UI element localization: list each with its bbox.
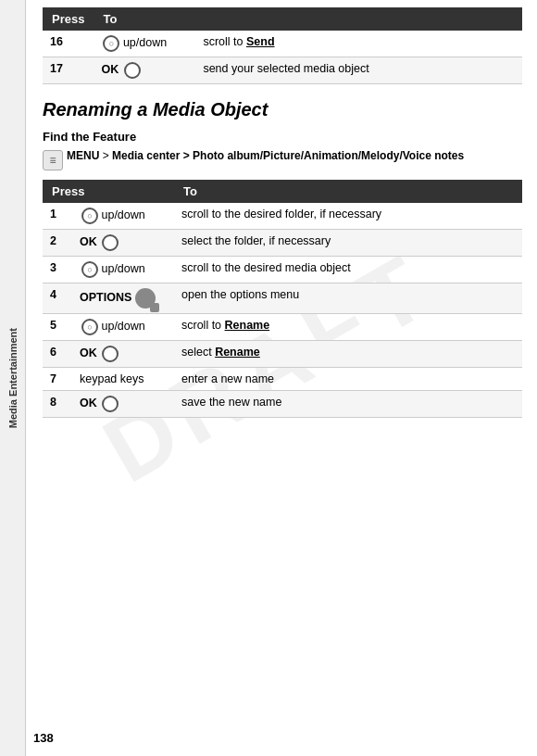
- menu-icon: [43, 150, 63, 170]
- to-cell: open the options menu: [174, 284, 522, 314]
- table-row: 6OK select Rename: [43, 341, 522, 368]
- to-cell: select Rename: [174, 341, 522, 368]
- press-cell: ○ up/down: [72, 203, 174, 230]
- nav-icon: ○: [81, 208, 98, 224]
- to-cell: scroll to Rename: [174, 314, 522, 341]
- to-cell: enter a new name: [174, 368, 522, 391]
- ok-label: OK: [80, 346, 97, 359]
- ok-icon: [102, 396, 119, 412]
- to-cell: select the folder, if necessary: [174, 230, 522, 257]
- row-num: 8: [43, 391, 72, 418]
- menu-path-block: MENU > Media center > Photo album/Pictur…: [43, 149, 522, 170]
- ok-icon: [102, 346, 119, 362]
- options-icon: [135, 288, 156, 309]
- table-row: 16 ○ up/down scroll to Send: [43, 31, 522, 57]
- ok-label: OK: [80, 235, 97, 248]
- row-num: 3: [43, 257, 72, 284]
- rename-label: Rename: [215, 346, 260, 359]
- press-cell: OK: [72, 341, 174, 368]
- top-header-to: To: [94, 7, 522, 31]
- press-cell: keypad keys: [72, 368, 174, 391]
- press-label: up/down: [101, 320, 144, 333]
- subsection-title: Find the Feature: [43, 130, 522, 144]
- options-label: OPTIONS: [80, 291, 131, 304]
- table-row: 1○ up/downscroll to the desired folder, …: [43, 203, 522, 230]
- sidebar: Media Entertainment: [0, 0, 26, 756]
- main-table: Press To 1○ up/downscroll to the desired…: [43, 180, 522, 418]
- rename-label: Rename: [225, 319, 270, 332]
- nav-icon: ○: [103, 35, 119, 52]
- ok-icon: [124, 62, 141, 79]
- section-title: Renaming a Media Object: [43, 99, 522, 120]
- table-row: 3○ up/downscroll to the desired media ob…: [43, 257, 522, 284]
- press-cell: OK: [94, 57, 195, 84]
- press-label: up/down: [123, 36, 167, 49]
- press-cell: OK: [72, 391, 174, 418]
- top-table-wrapper: Press To 16 ○ up/down scroll to Send: [43, 7, 522, 84]
- ok-label: OK: [80, 397, 97, 410]
- row-num: 17: [43, 57, 94, 84]
- ok-icon: [102, 234, 119, 251]
- row-num: 16: [43, 31, 94, 57]
- press-cell: ○ up/down: [94, 31, 195, 57]
- to-cell: scroll to the desired folder, if necessa…: [174, 203, 522, 230]
- top-header-press: Press: [43, 7, 94, 31]
- row-num: 7: [43, 368, 72, 391]
- table-row: 7keypad keysenter a new name: [43, 368, 522, 391]
- to-cell: save the new name: [174, 391, 522, 418]
- table-row: 2OK select the folder, if necessary: [43, 230, 522, 257]
- to-cell: scroll to Send: [195, 31, 522, 57]
- row-num: 2: [43, 230, 72, 257]
- nav-icon: ○: [81, 319, 98, 335]
- row-num: 6: [43, 341, 72, 368]
- main-content: Press To 16 ○ up/down scroll to Send: [28, 0, 537, 756]
- menu-path: Media center > Photo album/Picture/Anima…: [112, 149, 464, 162]
- sidebar-label: Media Entertainment: [7, 321, 19, 435]
- menu-arrow: >: [103, 149, 112, 162]
- press-cell: ○ up/down: [72, 257, 174, 284]
- top-table: Press To 16 ○ up/down scroll to Send: [43, 7, 522, 84]
- to-cell: send your selected media object: [195, 57, 522, 84]
- row-num: 1: [43, 203, 72, 230]
- menu-label: MENU: [67, 149, 99, 162]
- press-cell: OK: [72, 230, 174, 257]
- table-row: 8OK save the new name: [43, 391, 522, 418]
- press-cell: ○ up/down: [72, 314, 174, 341]
- main-header-press: Press: [43, 180, 174, 203]
- main-header-to: To: [174, 180, 522, 203]
- to-cell: scroll to the desired media object: [174, 257, 522, 284]
- table-row: 17 OK send your selected media object: [43, 57, 522, 84]
- press-label: up/down: [101, 262, 144, 275]
- ok-label: OK: [101, 63, 119, 76]
- table-row: 5○ up/downscroll to Rename: [43, 314, 522, 341]
- press-label: up/down: [101, 208, 144, 221]
- press-label: keypad keys: [80, 372, 144, 385]
- menu-path-text: MENU > Media center > Photo album/Pictur…: [67, 149, 464, 162]
- table-row: 4OPTIONS open the options menu: [43, 284, 522, 314]
- send-label: Send: [246, 35, 275, 48]
- nav-icon: ○: [81, 261, 98, 278]
- row-num: 5: [43, 314, 72, 341]
- press-cell: OPTIONS: [72, 284, 174, 314]
- row-num: 4: [43, 284, 72, 314]
